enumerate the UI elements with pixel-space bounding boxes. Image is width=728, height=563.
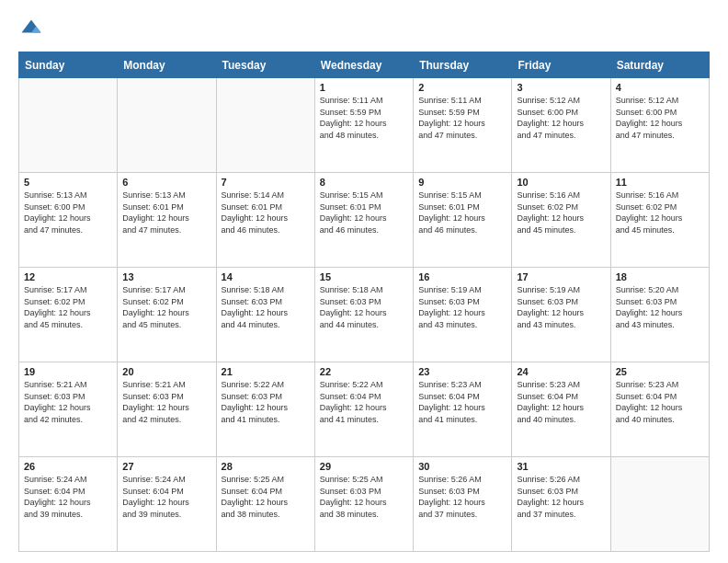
- weekday-header-wednesday: Wednesday: [314, 52, 413, 78]
- calendar-day-cell: [216, 78, 314, 173]
- calendar-day-cell: 3Sunrise: 5:12 AMSunset: 6:00 PMDaylight…: [512, 78, 610, 173]
- day-number: 24: [517, 366, 605, 377]
- day-info: Sunrise: 5:15 AMSunset: 6:01 PMDaylight:…: [418, 190, 506, 236]
- calendar-day-cell: 17Sunrise: 5:19 AMSunset: 6:03 PMDayligh…: [512, 268, 610, 362]
- day-number: 5: [24, 177, 112, 188]
- day-info: Sunrise: 5:23 AMSunset: 6:04 PMDaylight:…: [616, 379, 704, 425]
- calendar-week-row: 26Sunrise: 5:24 AMSunset: 6:04 PMDayligh…: [19, 457, 710, 552]
- day-info: Sunrise: 5:11 AMSunset: 5:59 PMDaylight:…: [418, 95, 506, 141]
- calendar-day-cell: 8Sunrise: 5:15 AMSunset: 6:01 PMDaylight…: [314, 173, 413, 268]
- page: SundayMondayTuesdayWednesdayThursdayFrid…: [0, 0, 728, 563]
- day-info: Sunrise: 5:22 AMSunset: 6:04 PMDaylight:…: [320, 379, 408, 425]
- day-info: Sunrise: 5:13 AMSunset: 6:01 PMDaylight:…: [122, 190, 210, 236]
- calendar-day-cell: 20Sunrise: 5:21 AMSunset: 6:03 PMDayligh…: [118, 362, 216, 457]
- calendar-day-cell: 5Sunrise: 5:13 AMSunset: 6:00 PMDaylight…: [19, 173, 118, 268]
- calendar-day-cell: [610, 457, 709, 552]
- day-number: 8: [320, 177, 408, 188]
- day-number: 2: [418, 82, 506, 93]
- day-number: 16: [418, 271, 506, 282]
- calendar-week-row: 1Sunrise: 5:11 AMSunset: 5:59 PMDaylight…: [19, 78, 710, 173]
- calendar-day-cell: 7Sunrise: 5:14 AMSunset: 6:01 PMDaylight…: [216, 173, 314, 268]
- weekday-header-row: SundayMondayTuesdayWednesdayThursdayFrid…: [19, 52, 710, 78]
- calendar-day-cell: 4Sunrise: 5:12 AMSunset: 6:00 PMDaylight…: [610, 78, 709, 173]
- day-number: 30: [418, 461, 506, 472]
- weekday-header-friday: Friday: [512, 52, 610, 78]
- day-info: Sunrise: 5:12 AMSunset: 6:00 PMDaylight:…: [517, 95, 605, 141]
- calendar-day-cell: 22Sunrise: 5:22 AMSunset: 6:04 PMDayligh…: [314, 362, 413, 457]
- day-number: 25: [616, 366, 704, 377]
- calendar-day-cell: 16Sunrise: 5:19 AMSunset: 6:03 PMDayligh…: [414, 268, 512, 362]
- day-number: 13: [122, 271, 210, 282]
- day-info: Sunrise: 5:26 AMSunset: 6:03 PMDaylight:…: [517, 474, 605, 520]
- calendar-day-cell: [19, 78, 118, 173]
- day-number: 14: [222, 271, 310, 282]
- weekday-header-thursday: Thursday: [414, 52, 512, 78]
- day-number: 18: [616, 271, 704, 282]
- day-info: Sunrise: 5:17 AMSunset: 6:02 PMDaylight:…: [24, 284, 112, 330]
- calendar-day-cell: 30Sunrise: 5:26 AMSunset: 6:03 PMDayligh…: [414, 457, 512, 552]
- day-info: Sunrise: 5:13 AMSunset: 6:00 PMDaylight:…: [24, 190, 112, 236]
- day-info: Sunrise: 5:24 AMSunset: 6:04 PMDaylight:…: [24, 474, 112, 520]
- day-info: Sunrise: 5:20 AMSunset: 6:03 PMDaylight:…: [616, 284, 704, 330]
- day-number: 12: [24, 271, 112, 282]
- calendar-day-cell: 19Sunrise: 5:21 AMSunset: 6:03 PMDayligh…: [19, 362, 118, 457]
- header: [18, 17, 710, 42]
- day-info: Sunrise: 5:26 AMSunset: 6:03 PMDaylight:…: [418, 474, 506, 520]
- weekday-header-monday: Monday: [118, 52, 216, 78]
- day-number: 29: [320, 461, 408, 472]
- day-number: 19: [24, 366, 112, 377]
- calendar-day-cell: 25Sunrise: 5:23 AMSunset: 6:04 PMDayligh…: [610, 362, 709, 457]
- day-info: Sunrise: 5:19 AMSunset: 6:03 PMDaylight:…: [418, 284, 506, 330]
- day-number: 31: [517, 461, 605, 472]
- calendar-day-cell: 11Sunrise: 5:16 AMSunset: 6:02 PMDayligh…: [610, 173, 709, 268]
- calendar-table: SundayMondayTuesdayWednesdayThursdayFrid…: [18, 52, 710, 552]
- day-number: 10: [517, 177, 605, 188]
- calendar-day-cell: 24Sunrise: 5:23 AMSunset: 6:04 PMDayligh…: [512, 362, 610, 457]
- day-number: 11: [616, 177, 704, 188]
- weekday-header-sunday: Sunday: [19, 52, 118, 78]
- calendar-day-cell: 29Sunrise: 5:25 AMSunset: 6:03 PMDayligh…: [314, 457, 413, 552]
- day-number: 1: [320, 82, 408, 93]
- calendar-day-cell: 9Sunrise: 5:15 AMSunset: 6:01 PMDaylight…: [414, 173, 512, 268]
- day-info: Sunrise: 5:25 AMSunset: 6:04 PMDaylight:…: [222, 474, 310, 520]
- day-number: 20: [122, 366, 210, 377]
- day-info: Sunrise: 5:14 AMSunset: 6:01 PMDaylight:…: [222, 190, 310, 236]
- day-info: Sunrise: 5:23 AMSunset: 6:04 PMDaylight:…: [517, 379, 605, 425]
- day-info: Sunrise: 5:18 AMSunset: 6:03 PMDaylight:…: [320, 284, 408, 330]
- day-number: 17: [517, 271, 605, 282]
- day-number: 27: [122, 461, 210, 472]
- day-info: Sunrise: 5:25 AMSunset: 6:03 PMDaylight:…: [320, 474, 408, 520]
- day-info: Sunrise: 5:18 AMSunset: 6:03 PMDaylight:…: [222, 284, 310, 330]
- logo: [18, 17, 48, 42]
- calendar-day-cell: 28Sunrise: 5:25 AMSunset: 6:04 PMDayligh…: [216, 457, 314, 552]
- day-number: 21: [222, 366, 310, 377]
- calendar-day-cell: 21Sunrise: 5:22 AMSunset: 6:03 PMDayligh…: [216, 362, 314, 457]
- calendar-day-cell: 2Sunrise: 5:11 AMSunset: 5:59 PMDaylight…: [414, 78, 512, 173]
- day-number: 7: [222, 177, 310, 188]
- calendar-day-cell: 31Sunrise: 5:26 AMSunset: 6:03 PMDayligh…: [512, 457, 610, 552]
- calendar-day-cell: 14Sunrise: 5:18 AMSunset: 6:03 PMDayligh…: [216, 268, 314, 362]
- calendar-day-cell: 18Sunrise: 5:20 AMSunset: 6:03 PMDayligh…: [610, 268, 709, 362]
- calendar-day-cell: 23Sunrise: 5:23 AMSunset: 6:04 PMDayligh…: [414, 362, 512, 457]
- day-info: Sunrise: 5:17 AMSunset: 6:02 PMDaylight:…: [122, 284, 210, 330]
- calendar-day-cell: 10Sunrise: 5:16 AMSunset: 6:02 PMDayligh…: [512, 173, 610, 268]
- weekday-header-saturday: Saturday: [610, 52, 709, 78]
- day-info: Sunrise: 5:19 AMSunset: 6:03 PMDaylight:…: [517, 284, 605, 330]
- calendar-day-cell: 13Sunrise: 5:17 AMSunset: 6:02 PMDayligh…: [118, 268, 216, 362]
- calendar-day-cell: 12Sunrise: 5:17 AMSunset: 6:02 PMDayligh…: [19, 268, 118, 362]
- day-info: Sunrise: 5:12 AMSunset: 6:00 PMDaylight:…: [616, 95, 704, 141]
- day-number: 22: [320, 366, 408, 377]
- day-info: Sunrise: 5:16 AMSunset: 6:02 PMDaylight:…: [517, 190, 605, 236]
- day-info: Sunrise: 5:16 AMSunset: 6:02 PMDaylight:…: [616, 190, 704, 236]
- logo-icon: [18, 17, 44, 42]
- calendar-week-row: 19Sunrise: 5:21 AMSunset: 6:03 PMDayligh…: [19, 362, 710, 457]
- calendar-day-cell: 27Sunrise: 5:24 AMSunset: 6:04 PMDayligh…: [118, 457, 216, 552]
- weekday-header-tuesday: Tuesday: [216, 52, 314, 78]
- calendar-day-cell: 15Sunrise: 5:18 AMSunset: 6:03 PMDayligh…: [314, 268, 413, 362]
- calendar-day-cell: 6Sunrise: 5:13 AMSunset: 6:01 PMDaylight…: [118, 173, 216, 268]
- calendar-week-row: 5Sunrise: 5:13 AMSunset: 6:00 PMDaylight…: [19, 173, 710, 268]
- day-info: Sunrise: 5:21 AMSunset: 6:03 PMDaylight:…: [122, 379, 210, 425]
- day-info: Sunrise: 5:22 AMSunset: 6:03 PMDaylight:…: [222, 379, 310, 425]
- day-number: 3: [517, 82, 605, 93]
- day-number: 6: [122, 177, 210, 188]
